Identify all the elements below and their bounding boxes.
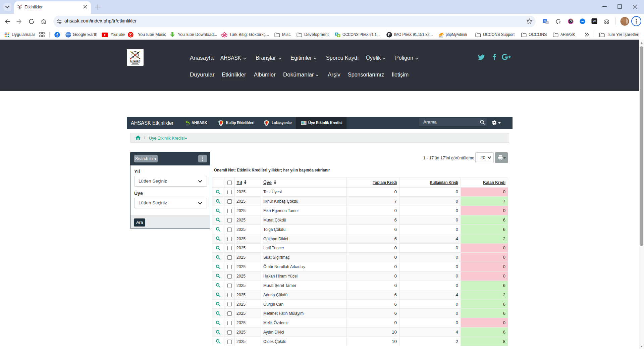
svg-text:W: W: [593, 19, 596, 23]
svg-text:P: P: [388, 33, 390, 37]
svg-text:PMA: PMA: [439, 36, 443, 38]
svg-text:∞: ∞: [581, 19, 584, 23]
svg-text:AHSASK: AHSASK: [130, 60, 140, 62]
